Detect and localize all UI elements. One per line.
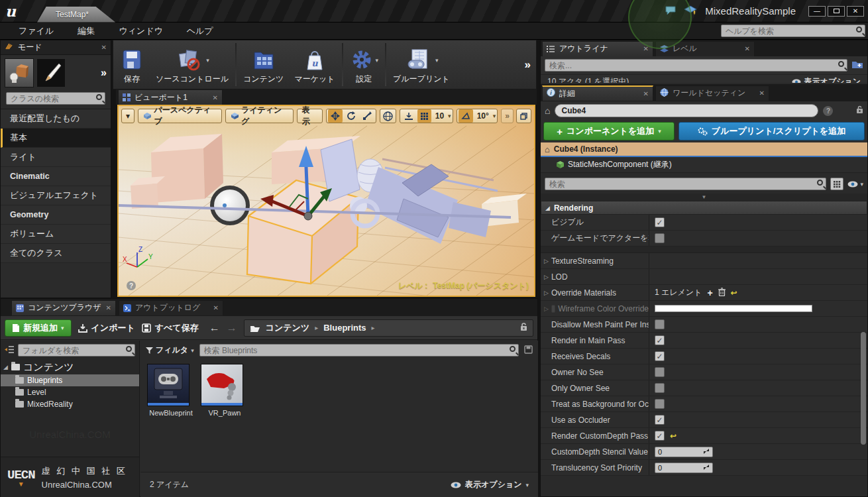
close-icon[interactable]: ✕ [213,304,219,311]
tab-viewport[interactable]: ビューポート1 ✕ [118,89,223,105]
menu-file[interactable]: ファイル [19,25,54,37]
menu-edit[interactable]: 編集 [78,25,95,37]
menu-window[interactable]: ウィンドウ [119,25,163,37]
nav-forward-button[interactable]: → [227,322,237,334]
maximize-viewport-button[interactable] [516,109,531,123]
camera-speed-icon[interactable]: » [501,109,514,123]
asset-item[interactable]: VR_Pawn [201,364,248,417]
world-local-toggle[interactable] [380,109,396,123]
outliner-search-input[interactable] [545,59,847,72]
checkbox[interactable]: ✓ [655,415,665,425]
save-search-icon[interactable] [524,345,533,356]
revert-icon[interactable]: ↩ [670,431,677,441]
angle-snap-toggle[interactable] [459,109,473,123]
asset-thumbnail-newblueprint[interactable] [147,364,190,406]
add-blueprint-button[interactable]: ブループリント/スクリプトを追加 [678,122,865,140]
blueprints-button[interactable]: ▾ ブループリント [388,40,455,89]
minimize-button[interactable]: — [808,6,826,17]
view-options-button[interactable]: 表示オプション ▾ [451,479,529,490]
mode-item-all-classes[interactable]: 全てのクラス [1,244,111,263]
tab-world-settings[interactable]: ワールドセッティン ✕ [655,85,769,101]
import-button[interactable]: インポート [78,322,135,334]
add-element-icon[interactable]: + [707,288,712,298]
expander-icon[interactable]: ▷ [544,290,549,296]
show-flags-button[interactable]: 表示 [297,109,323,123]
grid-snap-toggle[interactable] [417,109,431,123]
save-all-button[interactable]: すべて保存 [142,322,199,334]
level-name[interactable]: TestMap (パーシスタント) [433,280,529,292]
checkbox[interactable] [655,319,665,329]
revert-icon[interactable]: ↩ [731,288,737,298]
viewport-help-icon[interactable]: ? [127,281,136,290]
breadcrumb-content[interactable]: コンテンツ [266,322,310,334]
tab-content-browser[interactable]: コンテンツブラウザ ✕ [11,300,116,315]
tab-outliner[interactable]: アウトライナ ✕ [542,41,653,56]
expander-icon[interactable]: ▷ [544,274,549,280]
section-header-rendering[interactable]: ◢ Rendering [541,201,867,215]
angle-snap-value[interactable]: 10° [474,109,492,123]
rotate-tool-button[interactable] [344,109,358,123]
component-row-staticmesh[interactable]: StaticMeshComponent (継承) [541,157,867,173]
scale-tool-button[interactable] [360,109,374,123]
tab-details[interactable]: i 詳細 ✕ [542,85,653,101]
checkbox[interactable] [655,233,665,243]
content-button[interactable]: コンテンツ [238,40,289,89]
settings-button[interactable]: ▾ 設定 [345,40,384,89]
grid-snap-value[interactable]: 10 [433,109,447,123]
checkbox[interactable]: ✓ [655,351,665,361]
display-filter-button[interactable]: ▾ [847,181,863,188]
asset-search-input[interactable] [199,344,519,357]
checkbox[interactable]: ✓ [655,335,665,345]
tree-item-mixedreality[interactable]: MixedReality [1,398,139,410]
actor-name-field[interactable] [555,104,818,117]
checkbox[interactable] [655,399,665,409]
maximize-button[interactable] [828,6,845,17]
expander-icon[interactable]: ▷ [544,305,549,312]
close-icon[interactable]: ✕ [745,45,750,52]
mode-item-cinematic[interactable]: Cinematic [1,167,111,186]
caret-down-icon[interactable]: ▾ [493,113,496,119]
trash-icon[interactable] [718,288,726,298]
mode-item-basic[interactable]: 基本 [1,129,111,148]
close-icon[interactable]: ✕ [101,44,107,51]
class-search-input[interactable] [6,92,105,105]
caret-down-icon[interactable]: ▾ [206,57,209,64]
tree-item-level[interactable]: Level [1,386,139,398]
lighting-mode-button[interactable]: ライティング [225,109,294,123]
mode-item-vfx[interactable]: ビジュアルエフェクト [1,186,111,205]
breadcrumb-blueprints[interactable]: Blueprints [323,323,366,333]
tree-item-blueprints[interactable]: Blueprints [1,374,139,386]
asset-item[interactable]: NewBlueprint [147,364,195,417]
surface-snap-button[interactable] [402,109,416,123]
source-control-button[interactable]: ▾ ソースコントロール [150,40,234,89]
tab-output-log[interactable]: アウトプットログ ✕ [119,300,223,315]
perspective-button[interactable]: パースペクティブ [138,109,221,123]
add-new-button[interactable]: 新規追加 ▾ [5,319,72,337]
caret-down-icon[interactable]: ▾ [448,113,451,119]
save-button[interactable]: 保存 [113,40,150,89]
mode-item-lights[interactable]: ライト [1,148,111,167]
outliner-view-options[interactable]: 表示オプション [792,76,861,83]
toolbar-overflow-icon[interactable]: » [525,58,536,72]
checkbox[interactable]: ✓ [655,431,665,441]
lock-icon[interactable] [856,105,863,116]
lock-icon[interactable] [520,323,527,333]
viewport-options-button[interactable]: ▾ [121,109,135,123]
collapse-tree-icon[interactable] [5,345,15,356]
close-button[interactable]: ✕ [847,6,864,17]
paint-mode-button[interactable] [36,58,66,87]
tree-open-icon[interactable]: ◢ [3,364,8,370]
close-icon[interactable]: ✕ [106,304,111,311]
marketplace-button[interactable]: u マーケット [289,40,340,89]
asset-thumbnail-vrpawn[interactable] [201,364,243,406]
place-mode-button[interactable] [5,58,34,87]
checkbox[interactable] [655,383,665,393]
stencil-value-field[interactable]: 0 [655,447,713,457]
filters-button[interactable]: フィルタ ▾ [146,345,194,356]
close-icon[interactable]: ✕ [643,90,649,97]
help-circle-icon[interactable]: ? [823,106,833,116]
viewport-3d[interactable]: ▾ パースペクティブ ライティング 表示 [117,105,535,297]
mode-item-volumes[interactable]: ボリューム [1,225,111,244]
splitter-handle[interactable]: ▼ [541,193,867,201]
translate-tool-button[interactable] [328,109,343,123]
